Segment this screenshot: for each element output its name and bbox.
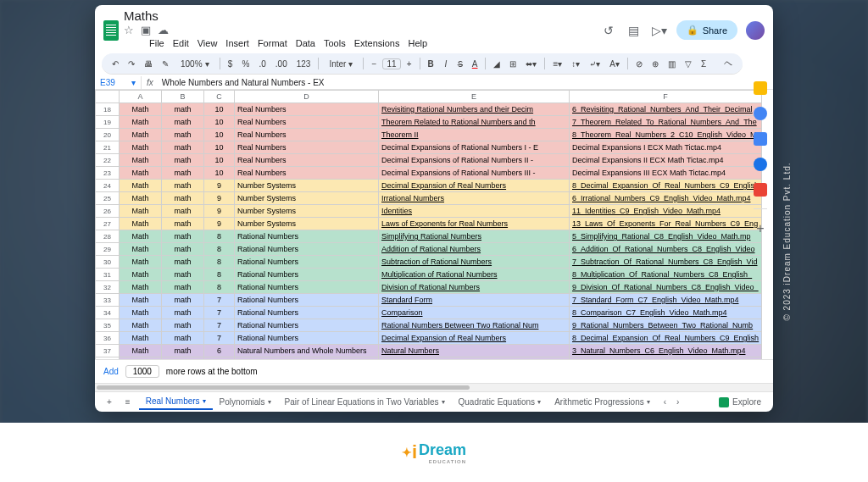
cell[interactable]: 6 (204, 345, 235, 357)
cell[interactable]: Real Numbers (235, 154, 379, 167)
cell[interactable]: 9 (204, 205, 235, 218)
cell[interactable]: Rational Numbers (235, 269, 379, 281)
dec-decrease-button[interactable]: .0 (255, 58, 269, 70)
cell[interactable]: math (162, 319, 204, 332)
cell[interactable]: Standard Form (379, 294, 570, 307)
cell[interactable]: Real Numbers (235, 103, 379, 116)
cell[interactable]: 4_Whole_Numbers_C6_English_Video_Math.mp… (570, 357, 762, 360)
cell[interactable]: Number Systems (235, 218, 379, 230)
calendar-icon[interactable] (754, 81, 767, 95)
cell[interactable]: Math (120, 129, 162, 141)
cell[interactable]: Simplifying Rational Numbers (379, 230, 570, 243)
more-formats-button[interactable]: 123 (293, 58, 314, 70)
cell[interactable]: 8_Comparison_C7_English_Video_Math.mp4 (570, 307, 762, 319)
text-color-button[interactable]: A (469, 58, 481, 70)
cell[interactable]: math (162, 230, 204, 243)
cell[interactable]: 8 (204, 256, 235, 269)
meet-icon[interactable]: ▷▾ (651, 22, 668, 39)
row-header[interactable]: 24 (96, 180, 120, 192)
cell[interactable]: Decimal Expansion of Real Numbers (379, 332, 570, 345)
maps-icon[interactable] (754, 183, 767, 197)
row-header[interactable]: 37 (96, 345, 120, 357)
menu-tools[interactable]: Tools (324, 38, 346, 48)
row-header[interactable]: 21 (96, 141, 120, 154)
collapse-toolbar-button[interactable]: ヘ (721, 56, 736, 71)
cell[interactable]: Math (120, 205, 162, 218)
add-addon-button[interactable]: + (756, 221, 764, 236)
add-rows-button[interactable]: Add (103, 367, 119, 376)
row-header[interactable]: 28 (96, 230, 120, 243)
menu-file[interactable]: File (149, 38, 164, 48)
cell[interactable]: Real Numbers (235, 141, 379, 154)
merge-button[interactable]: ⬌▾ (522, 58, 540, 70)
cell[interactable]: 7_Subtraction_Of_Rational_Numbers_C8_Eng… (570, 256, 762, 269)
dec-increase-button[interactable]: .00 (272, 58, 291, 70)
cell[interactable]: 10 (204, 116, 235, 129)
col-header-D[interactable]: D (235, 91, 379, 103)
row-header[interactable]: 38 (96, 357, 120, 360)
history-icon[interactable]: ↺ (600, 22, 617, 39)
cell[interactable]: Decimal Expansions II ECX Math Tictac.mp… (570, 154, 762, 167)
comment-icon[interactable]: ▤ (626, 22, 643, 39)
cell[interactable]: Math (120, 332, 162, 345)
cell[interactable]: 11_Identities_C9_English_Video_Math.mp4 (570, 205, 762, 218)
row-header[interactable]: 19 (96, 116, 120, 129)
sheet-tab[interactable]: Pair of Linear Equations in Two Variable… (278, 394, 452, 410)
menu-help[interactable]: Help (408, 38, 427, 48)
cell[interactable]: math (162, 103, 204, 116)
cell[interactable]: math (162, 154, 204, 167)
chart-button[interactable]: ▥ (665, 58, 679, 70)
undo-button[interactable]: ↶ (108, 58, 122, 70)
cell[interactable]: Irrational Numbers (379, 192, 570, 205)
strike-button[interactable]: S̶ (454, 58, 466, 70)
cell[interactable]: Rational Numbers (235, 256, 379, 269)
valign-button[interactable]: ↕▾ (568, 58, 583, 70)
cell[interactable]: 7_Theorem_Related_To_Rational_Numbers_An… (570, 116, 762, 129)
select-all[interactable] (96, 91, 120, 103)
cell[interactable]: 7_Standard_Form_C7_English_Video_Math.mp… (570, 294, 762, 307)
all-sheets-button[interactable]: ≡ (120, 396, 136, 408)
cell[interactable]: Math (120, 294, 162, 307)
cell[interactable]: Math (120, 218, 162, 230)
menu-data[interactable]: Data (296, 38, 315, 48)
font-plus-button[interactable]: + (403, 58, 415, 70)
cell[interactable]: 10 (204, 103, 235, 116)
row-header[interactable]: 22 (96, 154, 120, 167)
cell[interactable]: Natural Numbers and Whole Numbers (235, 357, 379, 360)
tab-nav-left[interactable]: ‹ (660, 397, 670, 407)
cell[interactable]: Rational Numbers (235, 230, 379, 243)
cell[interactable]: 8 (204, 243, 235, 256)
contacts-icon[interactable] (754, 158, 767, 171)
keep-icon[interactable] (754, 107, 767, 120)
currency-button[interactable]: $ (225, 58, 236, 70)
tab-nav-right[interactable]: › (673, 397, 682, 407)
cell[interactable]: Theorem II (379, 129, 570, 141)
col-header-C[interactable]: C (204, 91, 235, 103)
cell[interactable]: Decimal Expansions III ECX Math Tictac.m… (570, 167, 762, 180)
col-header-B[interactable]: B (162, 91, 204, 103)
move-icon[interactable]: ▣ (141, 24, 151, 36)
row-header[interactable]: 36 (96, 332, 120, 345)
cell[interactable]: Number Systems (235, 180, 379, 192)
row-header[interactable]: 33 (96, 294, 120, 307)
cell[interactable]: Real Numbers (235, 167, 379, 180)
cell[interactable]: math (162, 345, 204, 357)
cell[interactable]: Math (120, 141, 162, 154)
cell[interactable]: Math (120, 319, 162, 332)
cloud-icon[interactable]: ☁ (158, 24, 169, 36)
cell[interactable]: math (162, 307, 204, 319)
cell[interactable]: Decimal Expansion of Real Numbers (379, 180, 570, 192)
row-header[interactable]: 30 (96, 256, 120, 269)
doc-title[interactable]: Maths (124, 8, 159, 23)
paint-format-button[interactable]: ✎ (159, 58, 172, 70)
row-header[interactable]: 23 (96, 167, 120, 180)
cell[interactable]: Math (120, 103, 162, 116)
col-header-A[interactable]: A (120, 91, 162, 103)
cell[interactable]: Comparison (379, 307, 570, 319)
cell[interactable]: 9 (204, 218, 235, 230)
cell[interactable]: 6_Irrational_Numbers_C9_English_Video_Ma… (570, 192, 762, 205)
print-button[interactable]: 🖶 (141, 58, 156, 70)
row-header[interactable]: 31 (96, 269, 120, 281)
sheet-tab[interactable]: Polynomials▾ (213, 394, 278, 410)
cell[interactable]: 9_Rational_Numbers_Between_Two_Rational_… (570, 319, 762, 332)
